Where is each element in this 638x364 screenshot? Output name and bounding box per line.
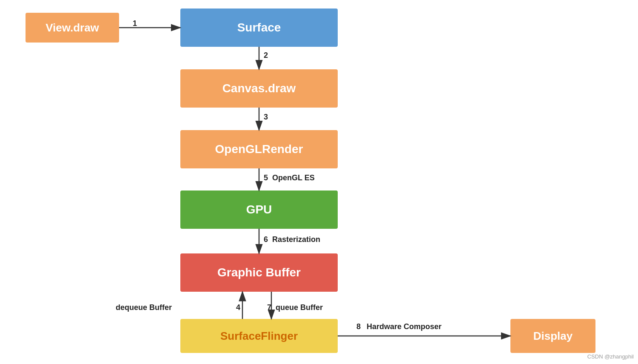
watermark: CSDN @zhangphil: [587, 353, 634, 360]
opengl-render-box: OpenGLRender: [180, 130, 338, 168]
view-draw-label: View.draw: [46, 21, 99, 34]
queue-label: queue Buffer: [276, 303, 323, 312]
opengl-render-label: OpenGLRender: [215, 142, 303, 156]
step4-label: 4: [236, 303, 240, 312]
canvas-draw-box: Canvas.draw: [180, 69, 338, 108]
step6-label: 6: [264, 235, 268, 244]
step8-label: 8: [356, 322, 361, 331]
display-label: Display: [533, 330, 573, 343]
step1-label: 1: [133, 19, 137, 28]
surface-label: Surface: [237, 21, 281, 34]
step3-label: 3: [264, 113, 268, 122]
surface-flinger-label: SurfaceFlinger: [220, 330, 298, 343]
graphic-buffer-label: Graphic Buffer: [217, 266, 301, 279]
step5-desc: OpenGL ES: [272, 173, 315, 182]
diagram-container: View.draw Surface Canvas.draw OpenGLRend…: [0, 0, 638, 364]
hardware-composer-label: Hardware Composer: [367, 322, 441, 331]
gpu-box: GPU: [180, 191, 338, 229]
display-box: Display: [510, 319, 595, 353]
gpu-label: GPU: [246, 203, 272, 216]
surface-box: Surface: [180, 9, 338, 47]
canvas-draw-label: Canvas.draw: [222, 82, 296, 95]
step7-label: 7: [267, 303, 271, 312]
step5-label: 5: [264, 173, 268, 182]
step6-desc: Rasterization: [272, 235, 320, 244]
step2-label: 2: [264, 51, 268, 60]
surface-flinger-box: SurfaceFlinger: [180, 319, 338, 353]
graphic-buffer-box: Graphic Buffer: [180, 253, 338, 292]
view-draw-box: View.draw: [26, 13, 119, 43]
dequeue-label: dequeue Buffer: [116, 303, 172, 312]
